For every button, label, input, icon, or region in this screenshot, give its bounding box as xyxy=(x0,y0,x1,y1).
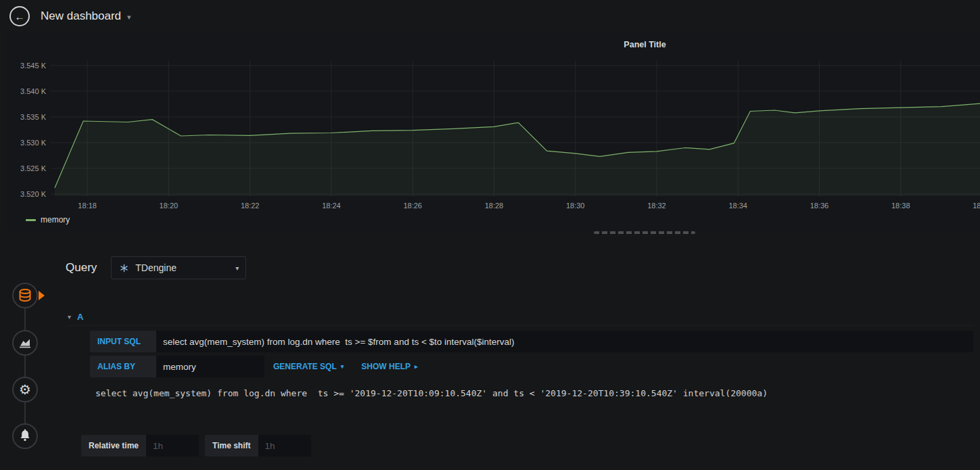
collapse-caret-icon: ▾ xyxy=(68,313,71,321)
svg-text:18:38: 18:38 xyxy=(891,202,910,210)
datasource-name: TDengine xyxy=(135,262,177,273)
legend-color-dash xyxy=(26,219,36,221)
svg-text:18:28: 18:28 xyxy=(485,202,504,210)
spacer xyxy=(199,435,205,456)
datasource-picker[interactable]: TDengine ▾ xyxy=(111,256,246,279)
panel-title-row: Panel Title xyxy=(7,38,980,50)
graph-panel: Panel Title 3.545 K3.540 K3.535 K3.530 K… xyxy=(7,32,980,231)
input-sql-row: INPUT SQL xyxy=(90,331,973,352)
dashboard-title: New dashboard xyxy=(41,9,121,23)
time-series-chart[interactable]: 3.545 K3.540 K3.535 K3.530 K3.525 K3.520… xyxy=(7,55,980,215)
chevron-down-icon: ▾ xyxy=(341,363,344,370)
query-header: Query TDengine ▾ xyxy=(57,256,246,280)
time-shift-label: Time shift xyxy=(205,435,258,456)
alias-by-field[interactable] xyxy=(156,356,264,377)
alias-by-row: ALIAS BY GENERATE SQL ▾ SHOW HELP ▸ xyxy=(90,356,427,377)
svg-text:18:24: 18:24 xyxy=(322,202,341,210)
relative-time-field[interactable] xyxy=(146,435,199,456)
gear-icon: ⚙ xyxy=(19,383,31,396)
time-shift-field[interactable] xyxy=(258,435,311,456)
svg-text:18:34: 18:34 xyxy=(728,202,747,210)
tab-alert[interactable] xyxy=(12,423,38,449)
active-tab-arrow xyxy=(39,291,45,300)
generate-sql-button[interactable]: GENERATE SQL ▾ xyxy=(264,356,352,377)
show-help-label: SHOW HELP xyxy=(361,362,411,371)
tab-visualization[interactable] xyxy=(12,330,38,356)
tab-general[interactable]: ⚙ xyxy=(12,377,38,402)
horizontal-scrollbar-thumb[interactable] xyxy=(594,231,695,234)
generated-sql-preview: select avg(mem_system) from log.dn where… xyxy=(95,388,768,398)
panel-title[interactable]: Panel Title xyxy=(624,40,666,49)
svg-text:18:20: 18:20 xyxy=(160,202,179,210)
svg-text:18:26: 18:26 xyxy=(403,202,422,210)
svg-text:3.530 K: 3.530 K xyxy=(20,139,47,147)
svg-text:3.535 K: 3.535 K xyxy=(20,113,47,121)
svg-text:3.540 K: 3.540 K xyxy=(20,87,47,95)
svg-text:18:36: 18:36 xyxy=(810,202,829,210)
svg-text:18:18: 18:18 xyxy=(78,202,97,210)
alias-by-label: ALIAS BY xyxy=(90,356,156,377)
back-button[interactable]: ← xyxy=(9,6,30,26)
svg-text:18:32: 18:32 xyxy=(647,202,666,210)
database-icon xyxy=(17,287,33,304)
svg-text:18:22: 18:22 xyxy=(241,202,260,210)
chevron-down-icon: ▾ xyxy=(127,13,131,22)
sidebar-rail-line xyxy=(24,296,26,436)
bell-icon xyxy=(17,428,33,444)
tab-queries[interactable] xyxy=(12,283,38,308)
input-sql-field[interactable] xyxy=(156,331,973,352)
chart-legend[interactable]: memory xyxy=(26,215,70,225)
legend-series-name: memory xyxy=(41,215,70,225)
back-arrow-icon: ← xyxy=(15,11,25,22)
input-sql-label: INPUT SQL xyxy=(90,331,156,352)
svg-text:18:30: 18:30 xyxy=(566,202,585,210)
svg-text:18:40: 18:40 xyxy=(973,202,980,210)
svg-text:3.520 K: 3.520 K xyxy=(20,190,47,198)
grafana-edit-screen: ← New dashboard ▾ Panel Title 3.545 K3.5… xyxy=(0,0,980,470)
chevron-down-icon: ▾ xyxy=(235,264,239,272)
show-help-button[interactable]: SHOW HELP ▸ xyxy=(352,356,426,377)
svg-text:3.545 K: 3.545 K xyxy=(20,62,47,70)
query-ref-letter: A xyxy=(77,312,83,322)
dashboard-title-menu[interactable]: New dashboard ▾ xyxy=(41,0,131,32)
graph-icon xyxy=(17,335,33,351)
query-ref-row[interactable]: ▾ A xyxy=(68,308,974,326)
generate-sql-label: GENERATE SQL xyxy=(273,362,337,371)
top-navbar: ← New dashboard ▾ xyxy=(0,0,980,32)
relative-time-label: Relative time xyxy=(81,435,146,456)
query-section-title: Query xyxy=(66,261,97,275)
chevron-right-icon: ▸ xyxy=(415,363,418,370)
time-options-row: Relative time Time shift xyxy=(81,435,311,456)
svg-text:3.525 K: 3.525 K xyxy=(20,164,47,172)
tdengine-logo-icon xyxy=(118,262,130,274)
